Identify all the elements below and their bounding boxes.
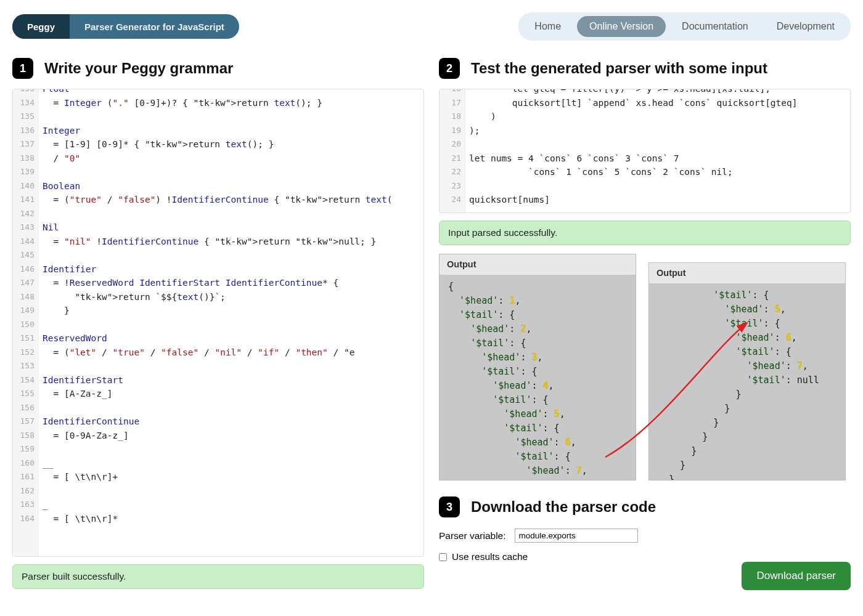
- top-bar: Peggy Parser Generator for JavaScript Ho…: [12, 12, 851, 41]
- parser-var-input[interactable]: [515, 529, 638, 543]
- cache-row: Use results cache: [439, 551, 851, 562]
- step3-badge: 3: [439, 496, 460, 517]
- step1-title: Write your Peggy grammar: [44, 60, 233, 77]
- cache-checkbox[interactable]: [439, 553, 447, 561]
- output-body-left: { '$head': 1, '$tail': { '$head': 2, '$t…: [440, 275, 636, 480]
- cache-label: Use results cache: [452, 551, 528, 562]
- grammar-gutter: 133 134 135 136 137 138 139 140 141 142 …: [13, 89, 39, 556]
- grammar-editor[interactable]: 133 134 135 136 137 138 139 140 141 142 …: [12, 89, 424, 557]
- nav-item-online-version[interactable]: Online Version: [577, 16, 666, 37]
- parser-var-row: Parser variable:: [439, 529, 851, 543]
- output-title-left: Output: [440, 254, 636, 275]
- output-title-right: Output: [649, 263, 845, 283]
- output-box-left: Output { '$head': 1, '$tail': { '$head':…: [439, 254, 636, 480]
- nav-item-documentation[interactable]: Documentation: [669, 16, 761, 37]
- output-body-right: '$tail': { '$head': 5, '$tail': { '$head…: [649, 283, 845, 480]
- brand-pill: Peggy Parser Generator for JavaScript: [12, 14, 239, 39]
- parser-var-label: Parser variable:: [439, 530, 506, 541]
- download-button[interactable]: Download parser: [742, 562, 851, 590]
- step2-badge: 2: [439, 58, 460, 79]
- input-status: Input parsed successfully.: [439, 221, 851, 245]
- nav-item-home[interactable]: Home: [522, 16, 573, 37]
- output-box-right: Output '$tail': { '$head': 5, '$tail': {…: [648, 262, 846, 480]
- brand-name[interactable]: Peggy: [12, 14, 70, 39]
- step1-header: 1 Write your Peggy grammar: [12, 58, 424, 79]
- grammar-status: Parser built successfully.: [12, 564, 424, 589]
- step1-badge: 1: [12, 58, 33, 79]
- right-column: 2 Test the generated parser with some in…: [439, 58, 851, 590]
- input-gutter: 16 17 18 19 20 21 22 23 24: [440, 89, 465, 213]
- step2-title: Test the generated parser with some inpu…: [471, 60, 767, 77]
- step3-header: 3 Download the parser code: [439, 496, 851, 517]
- step3-section: 3 Download the parser code Parser variab…: [439, 496, 851, 590]
- left-column: 1 Write your Peggy grammar 133 134 135 1…: [12, 58, 424, 590]
- step2-header: 2 Test the generated parser with some in…: [439, 58, 851, 79]
- grammar-code[interactable]: Float = Integer ("." [0-9]+)? { "tk-kw">…: [39, 89, 423, 556]
- nav-item-development[interactable]: Development: [764, 16, 847, 37]
- input-editor[interactable]: 16 17 18 19 20 21 22 23 24 let gteq = fi…: [439, 89, 851, 213]
- input-code[interactable]: let gteq = filter[(y) -> y >= xs.head][x…: [465, 89, 850, 213]
- output-wrap: Output { '$head': 1, '$tail': { '$head':…: [439, 254, 851, 480]
- step3-title: Download the parser code: [471, 498, 656, 516]
- brand-tagline: Parser Generator for JavaScript: [70, 14, 239, 39]
- nav-pill: HomeOnline VersionDocumentationDevelopme…: [518, 12, 851, 41]
